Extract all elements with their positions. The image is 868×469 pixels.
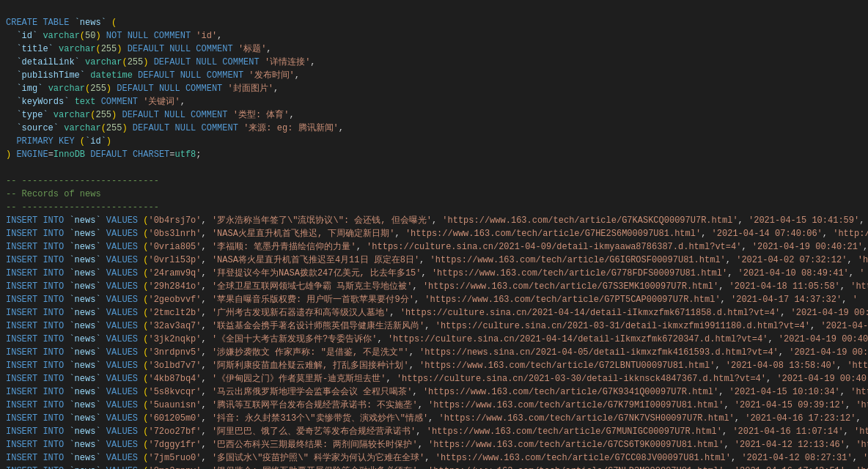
code-editor: CREATE TABLE `news` ( `id` varchar(50) N…: [0, 0, 868, 469]
